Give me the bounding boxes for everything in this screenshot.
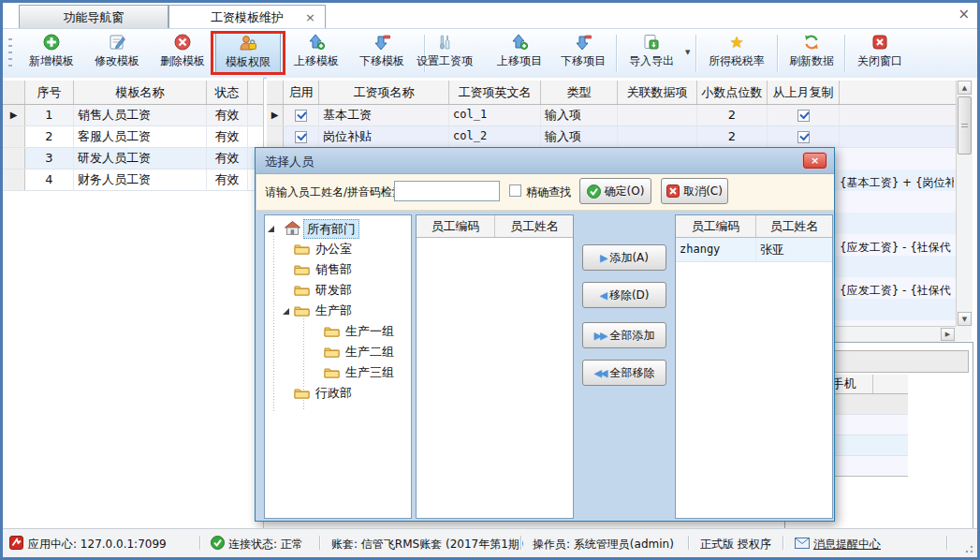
table-row[interactable]: 岗位补贴 col_2 输入项 2 (267, 126, 956, 148)
close-window-button[interactable]: 关闭窗口 (850, 32, 910, 75)
tree-item-all-departments[interactable]: 所有部门 (265, 218, 411, 239)
column-header[interactable]: 小数点位数 (697, 81, 768, 104)
tree-expand-icon[interactable] (268, 226, 274, 232)
folder-icon (294, 387, 310, 399)
table-row[interactable]: ▶ 1 销售人员工资 有效 (3, 105, 263, 126)
vertical-scrollbar[interactable]: ▲ ▼ (956, 81, 973, 326)
app-center-icon (9, 536, 23, 550)
column-header[interactable]: 工资项名称 (319, 81, 449, 104)
tree-item-production-3[interactable]: 生产三组 (265, 362, 411, 383)
operator-text: 操作员: 系统管理员(admin) (533, 537, 674, 553)
toolbar-separator (695, 35, 696, 72)
cell-item-name: 基本工资 (319, 105, 449, 125)
template-permission-button[interactable]: 模板权限 (215, 32, 281, 75)
scroll-down-icon[interactable]: ▼ (958, 312, 972, 326)
add-circle-icon (22, 34, 81, 52)
dialog-titlebar[interactable]: 选择人员 × (256, 148, 834, 174)
salary-table-header: 启用 工资项名称 工资项英文名 类型 关联数据项 小数点位数 从上月复制 (267, 81, 956, 105)
ok-button[interactable]: 确定(O) (579, 178, 651, 204)
employee-search-input[interactable] (394, 181, 500, 201)
enabled-checkbox[interactable] (295, 131, 307, 143)
column-header[interactable]: 模板名称 (74, 81, 207, 104)
tree-item-office[interactable]: 办公室 (265, 239, 411, 259)
employee-row[interactable]: zhangy 张亚 (676, 238, 832, 262)
message-center-link[interactable]: 消息提醒中心 (813, 537, 881, 553)
tree-item-admin[interactable]: 行政部 (265, 383, 411, 404)
formula-text: {应发工资} - {社保代 (840, 280, 954, 301)
folder-icon (324, 346, 340, 358)
list-header: 员工编码 员工姓名 (676, 215, 832, 238)
tab-close-icon[interactable]: × (305, 6, 315, 29)
remove-button[interactable]: ◀ 移除(D) (582, 282, 666, 308)
column-header[interactable]: 从上月复制 (768, 81, 840, 104)
column-header[interactable]: 状态 (207, 81, 248, 104)
table-row[interactable]: 4 财务人员工资 有效 (3, 169, 263, 191)
column-header[interactable]: 员工姓名 (756, 215, 832, 237)
window-close-icon[interactable]: × (958, 7, 970, 22)
folder-icon (294, 243, 310, 255)
cancel-button[interactable]: 取消(C) (661, 178, 728, 204)
tab-function-nav[interactable]: 功能导航窗 (19, 5, 168, 28)
column-header[interactable]: 员工编码 (676, 215, 756, 237)
scroll-right-icon[interactable]: ▶ (941, 328, 955, 341)
tree-item-sales[interactable]: 销售部 (265, 259, 411, 280)
move-item-up-button[interactable]: 上移项目 (490, 32, 549, 75)
table-row[interactable]: ▶ 基本工资 col_1 输入项 2 (267, 105, 956, 126)
cell-status: 有效 (207, 169, 248, 190)
tab-salary-template[interactable]: 工资模板维护 × (168, 5, 326, 28)
move-template-up-button[interactable]: 上移模板 (286, 32, 346, 75)
add-template-button[interactable]: 新增模板 (22, 32, 81, 75)
scrollbar-thumb[interactable] (958, 96, 972, 155)
column-header[interactable]: 类型 (541, 81, 618, 104)
tree-item-production-1[interactable]: 生产一组 (265, 321, 411, 342)
income-tax-rate-button[interactable]: ★ 所得税税率 (701, 32, 772, 75)
cell-seq: 3 (25, 148, 74, 169)
chevron-down-icon[interactable]: ▼ (685, 49, 690, 56)
resize-grip[interactable] (962, 542, 973, 553)
enabled-checkbox[interactable] (295, 110, 307, 122)
dialog-close-icon[interactable]: × (803, 153, 826, 169)
add-button[interactable]: ▶ 添加(A) (582, 244, 666, 271)
toolbar-grip (8, 38, 12, 68)
toolbar: 新增模板 修改模板 删除模板 模板权限 上移模板 (3, 28, 977, 79)
tree-item-production[interactable]: 生产部 (265, 301, 411, 321)
remove-all-button[interactable]: ◀◀ 全部移除 (582, 360, 666, 386)
close-square-icon (850, 34, 910, 52)
copy-prev-month-checkbox[interactable] (797, 131, 810, 143)
select-personnel-dialog: 选择人员 × 请输入员工姓名/拼音码检索: 精确查找 确定(O) 取消(C) (255, 147, 835, 522)
set-salary-items-button[interactable]: 设置工资项 (408, 32, 481, 75)
table-row[interactable]: 3 研发人员工资 有效 (3, 148, 263, 169)
tree-expand-icon[interactable] (283, 308, 289, 315)
column-header[interactable]: 工资项英文名 (449, 81, 541, 104)
cell-linked (618, 126, 697, 147)
table-row[interactable]: 2 客服人员工资 有效 (3, 126, 263, 148)
column-header[interactable]: 员工编码 (417, 215, 495, 237)
move-template-down-button[interactable]: 下移模板 (352, 32, 412, 75)
tree-item-rnd[interactable]: 研发部 (265, 280, 411, 301)
refresh-data-button[interactable]: 刷新数据 (782, 32, 841, 75)
star-icon: ★ (701, 34, 772, 52)
exact-find-checkbox[interactable] (509, 184, 521, 197)
import-export-button[interactable]: 导入导出 (622, 32, 681, 75)
connection-text: 连接状态: 正常 (228, 537, 303, 553)
tree-item-production-2[interactable]: 生产二组 (265, 342, 411, 362)
tab-label: 功能导航窗 (64, 10, 124, 24)
row-pointer-icon: ▶ (267, 105, 284, 125)
app-center-text: 应用中心: 127.0.0.1:7099 (28, 537, 167, 553)
arrow-down-minus-icon (352, 34, 412, 52)
move-item-down-button[interactable]: 下移项目 (553, 32, 613, 75)
edit-template-button[interactable]: 修改模板 (87, 32, 147, 75)
delete-template-button[interactable]: 删除模板 (153, 32, 212, 75)
column-header[interactable]: 关联数据项 (618, 81, 697, 104)
row-pointer-icon: ▶ (3, 105, 25, 125)
search-label: 请输入员工姓名/拼音码检索: (265, 184, 407, 200)
column-header[interactable]: 启用 (284, 81, 319, 104)
scroll-up-icon[interactable]: ▲ (958, 81, 972, 95)
template-table: 序号 模板名称 状态 ▶ 1 销售人员工资 有效 2 客服人员工资 有效 3 研… (3, 78, 264, 528)
column-header[interactable]: 序号 (25, 81, 74, 104)
status-bar: 应用中心: 127.0.0.1:7099 连接状态: 正常 账套: 信管飞RMS… (3, 528, 977, 557)
add-all-button[interactable]: ▶▶ 全部添加 (582, 322, 666, 348)
copy-prev-month-checkbox[interactable] (797, 110, 810, 122)
column-header[interactable]: 员工姓名 (495, 215, 574, 237)
cell-type: 输入项 (541, 126, 618, 147)
